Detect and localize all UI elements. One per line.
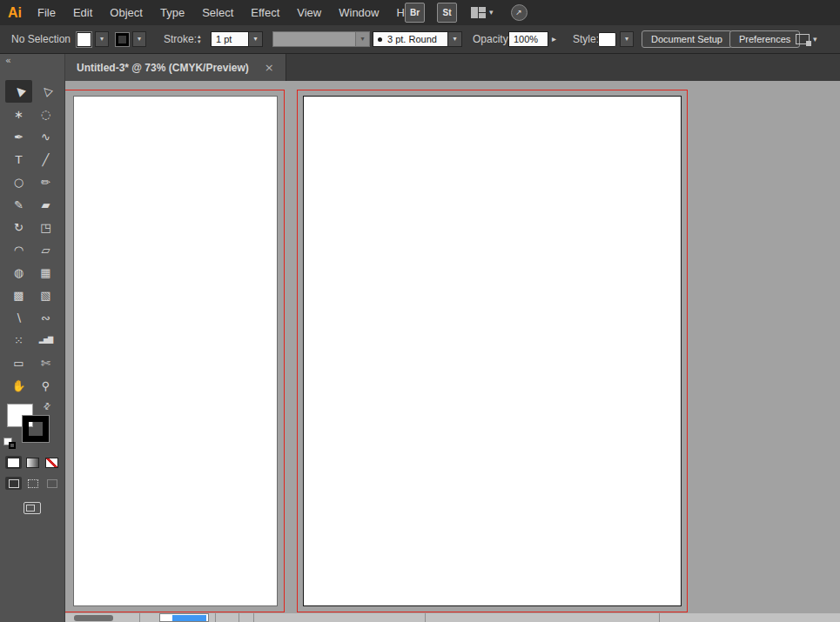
artboard-tool[interactable]: ▭ <box>5 351 32 374</box>
status-bar[interactable] <box>65 613 840 622</box>
eyedropper-tool[interactable]: ∖ <box>5 306 32 329</box>
gradient-tool[interactable]: ▧ <box>32 284 59 306</box>
zoom-level-field[interactable] <box>159 613 209 622</box>
width-profile-field <box>272 31 356 47</box>
close-tab-icon[interactable]: × <box>265 62 274 73</box>
canvas-area[interactable] <box>65 81 840 613</box>
magic-wand-tool[interactable]: ∗ <box>5 103 32 125</box>
panel-extra-options[interactable]: ▾ <box>796 25 817 53</box>
zoom-tool[interactable]: ⚲ <box>32 374 59 397</box>
style-dropdown-icon[interactable]: ▾ <box>620 31 634 47</box>
style-combo[interactable]: ▾ <box>598 25 634 53</box>
document-tab[interactable]: Untitled-3* @ 73% (CMYK/Preview) × <box>65 54 286 81</box>
shape-builder-tool[interactable]: ◍ <box>5 261 32 284</box>
hand-tool[interactable]: ✋ <box>5 374 32 397</box>
menu-file[interactable]: File <box>29 0 64 25</box>
type-tool[interactable]: T <box>5 148 32 171</box>
lasso-tool-icon: ◌ <box>41 109 50 120</box>
artboard-tool-icon: ▭ <box>13 358 24 369</box>
chevron-down-icon[interactable]: ▾ <box>95 31 109 47</box>
pen-tool[interactable]: ✒ <box>5 125 32 148</box>
status-bar-divider <box>215 613 216 622</box>
collapse-panel-icon[interactable]: « <box>5 56 11 65</box>
ellipse-tool[interactable]: ○ <box>5 171 32 193</box>
preferences-button[interactable]: Preferences <box>729 30 800 48</box>
stroke-weight-input[interactable]: 1 pt <box>211 31 249 47</box>
draw-behind-button[interactable] <box>24 477 41 490</box>
color-button[interactable] <box>5 456 22 469</box>
selection-tool[interactable]: ▶ <box>5 80 32 103</box>
style-swatch[interactable] <box>598 32 616 47</box>
horizontal-scrollbar-thumb[interactable] <box>74 615 113 621</box>
column-graph-tool[interactable]: ▂▅▇ <box>32 329 59 351</box>
brush-definition-field[interactable]: 3 pt. Round <box>373 31 448 47</box>
chevron-down-icon: ▾ <box>813 36 817 43</box>
lasso-tool[interactable]: ◌ <box>32 103 59 125</box>
status-bar-divider <box>425 613 426 622</box>
menu-select[interactable]: Select <box>193 0 242 25</box>
rotate-tool[interactable]: ↻ <box>5 216 32 238</box>
perspective-grid-tool-icon: ▦ <box>40 267 50 278</box>
fill-color-swatch[interactable] <box>77 32 91 47</box>
brush-dropdown-icon[interactable]: ▾ <box>448 31 462 47</box>
opacity-input[interactable]: 100% <box>508 31 548 47</box>
direct-selection-tool[interactable]: ▷ <box>32 80 59 103</box>
stroke-color-indicator[interactable] <box>23 416 49 442</box>
mesh-tool[interactable]: ▩ <box>5 284 32 306</box>
draw-normal-button[interactable] <box>5 477 22 490</box>
eyedropper-tool-icon: ∖ <box>15 312 22 324</box>
workspace-switcher-icon[interactable] <box>471 7 486 19</box>
change-screen-mode-button[interactable] <box>17 498 47 518</box>
gradient-swatch-icon <box>26 458 39 468</box>
default-fill-stroke-icon[interactable] <box>3 438 16 449</box>
perspective-grid-tool[interactable]: ▦ <box>32 261 59 284</box>
gpu-performance-icon[interactable]: ↗ <box>511 4 528 21</box>
opacity-dropdown-icon[interactable]: ▸ <box>552 35 556 43</box>
stroke-color-swatch[interactable] <box>116 33 129 46</box>
swap-fill-stroke-icon[interactable]: ⇄ <box>42 400 53 411</box>
draw-normal-icon <box>9 479 19 488</box>
slice-tool[interactable]: ✄ <box>32 351 59 374</box>
symbol-sprayer-tool[interactable]: ⁙ <box>5 329 32 351</box>
artboard-1[interactable] <box>73 96 278 606</box>
curvature-tool-icon: ∿ <box>41 131 50 143</box>
paintbrush-tool[interactable]: ✏ <box>32 171 59 193</box>
pencil-tool[interactable]: ✎ <box>5 193 32 216</box>
stroke-color-control[interactable]: ▾ <box>116 25 146 53</box>
line-segment-tool[interactable]: ╱ <box>32 148 59 171</box>
free-transform-tool[interactable]: ▱ <box>32 238 59 261</box>
opacity-label[interactable]: Opacity: <box>473 33 511 45</box>
status-bar-divider <box>659 613 660 622</box>
width-tool-icon: ◠ <box>14 244 24 256</box>
chevron-down-icon[interactable]: ▾ <box>132 31 146 47</box>
none-button[interactable] <box>44 456 60 469</box>
menu-object[interactable]: Object <box>101 0 151 25</box>
menu-view[interactable]: View <box>288 0 330 25</box>
chevron-down-icon[interactable]: ▾ <box>489 9 494 17</box>
artboard-2[interactable] <box>303 96 682 606</box>
menu-type[interactable]: Type <box>151 0 193 25</box>
stroke-weight-stepper[interactable]: ▴ ▾ <box>198 25 201 53</box>
draw-inside-button <box>44 477 60 490</box>
width-tool[interactable]: ◠ <box>5 238 32 261</box>
none-swatch-icon <box>45 458 58 468</box>
blend-tool[interactable]: ∾ <box>32 306 59 329</box>
free-transform-tool-icon: ▱ <box>42 244 50 256</box>
eraser-tool[interactable]: ▰ <box>32 193 59 216</box>
fill-color-control[interactable]: ▾ <box>77 25 109 53</box>
menu-effect[interactable]: Effect <box>242 0 288 25</box>
line-segment-tool-icon: ╱ <box>43 154 50 165</box>
scale-tool[interactable]: ◳ <box>32 216 59 238</box>
gradient-tool-icon: ▧ <box>40 290 50 301</box>
stroke-weight-dropdown-icon[interactable]: ▾ <box>249 31 263 47</box>
menu-window[interactable]: Window <box>330 0 387 25</box>
adobe-stock-button[interactable]: St <box>437 3 457 23</box>
menu-edit[interactable]: Edit <box>64 0 101 25</box>
scale-tool-icon: ◳ <box>40 222 50 233</box>
go-to-bridge-button[interactable]: Br <box>405 3 425 23</box>
style-group: Style: <box>573 25 599 53</box>
document-setup-button[interactable]: Document Setup <box>642 30 732 48</box>
blend-tool-icon: ∾ <box>41 312 50 324</box>
gradient-button[interactable] <box>24 456 41 469</box>
curvature-tool[interactable]: ∿ <box>32 125 59 148</box>
